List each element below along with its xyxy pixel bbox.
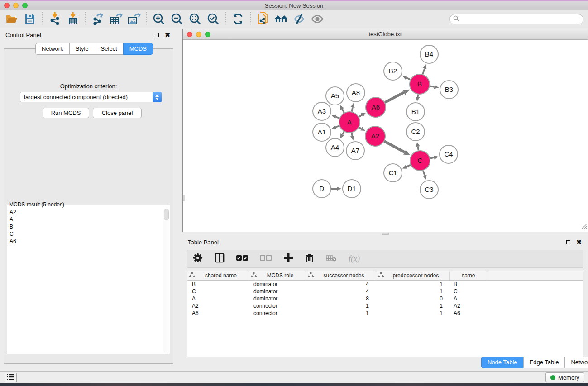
column-header-mcds-role[interactable]: MCDS role xyxy=(249,271,306,280)
mcds-result-list[interactable]: A2ABCA6 xyxy=(8,209,163,353)
splitter-handle-horizontal[interactable] xyxy=(382,233,389,235)
table-cell[interactable]: connector xyxy=(249,302,306,310)
column-settings-button[interactable] xyxy=(193,253,203,265)
column-header-predecessor-nodes[interactable]: predecessor nodes xyxy=(376,271,450,280)
table-cell[interactable]: 0 xyxy=(376,295,450,302)
column-header-successor-nodes[interactable]: successor nodes xyxy=(306,271,376,280)
mcds-result-item[interactable]: A xyxy=(8,216,163,223)
app-titlebar[interactable]: Session: New Session xyxy=(0,1,588,10)
tab-mcds[interactable]: MCDS xyxy=(123,43,153,55)
edge-A-A8[interactable] xyxy=(352,107,353,111)
hide-graphics-details-button[interactable] xyxy=(290,11,308,27)
close-table-panel-button[interactable]: ✖ xyxy=(575,238,583,246)
table-cell[interactable]: A2 xyxy=(187,302,249,310)
import-network-button[interactable] xyxy=(46,11,64,27)
memory-button[interactable]: Memory xyxy=(545,372,584,382)
resize-grip-icon[interactable] xyxy=(581,223,587,231)
network-canvas[interactable]: B4B2BB3A5A8A6A3B1AA1C2A2A4A7C4CC1DD1C3 xyxy=(183,40,588,232)
scrollbar-thumb[interactable] xyxy=(164,209,169,220)
table-cell[interactable]: 8 xyxy=(306,295,376,302)
show-graphics-details-button[interactable] xyxy=(308,11,326,27)
edge-C-C3[interactable] xyxy=(423,171,425,176)
table-cell[interactable]: A6 xyxy=(450,310,487,317)
table-cell[interactable] xyxy=(487,288,583,295)
splitter-handle-vertical[interactable] xyxy=(183,195,185,201)
zoom-fit-button[interactable] xyxy=(186,11,204,27)
table-cell[interactable] xyxy=(487,295,583,302)
table-cell[interactable]: dominator xyxy=(249,295,306,302)
mcds-result-item[interactable]: A6 xyxy=(8,238,163,245)
table-cell[interactable]: 1 xyxy=(306,302,376,310)
run-mcds-button[interactable]: Run MCDS xyxy=(43,108,89,118)
table-cell[interactable]: C xyxy=(187,288,249,295)
network-graph[interactable]: B4B2BB3A5A8A6A3B1AA1C2A2A4A7C4CC1DD1C3 xyxy=(183,40,588,232)
table-cell[interactable] xyxy=(487,281,583,288)
table-cell[interactable] xyxy=(487,310,583,317)
zoom-selected-button[interactable] xyxy=(204,11,222,27)
edge-C-C1[interactable] xyxy=(406,165,411,167)
table-cell[interactable]: connector xyxy=(249,310,306,317)
search-input[interactable] xyxy=(459,16,583,23)
table-row[interactable]: Cdominator41C xyxy=(187,288,583,295)
tab-edge-table[interactable]: Edge Table xyxy=(523,357,565,368)
zoom-in-button[interactable] xyxy=(150,11,168,27)
edge-B-B1[interactable] xyxy=(418,95,418,97)
export-table-button[interactable] xyxy=(107,11,125,27)
float-panel-button[interactable] xyxy=(153,31,160,38)
mcds-result-item[interactable]: B xyxy=(8,223,163,230)
delete-column-button[interactable] xyxy=(305,253,314,265)
table-cell[interactable]: A xyxy=(450,295,487,302)
tab-network[interactable]: Network xyxy=(35,43,70,55)
column-header-shared-name[interactable]: shared name xyxy=(187,271,249,280)
mcds-result-item[interactable]: A2 xyxy=(8,209,163,216)
column-header-name[interactable]: name xyxy=(450,271,487,280)
edge-C-C2[interactable] xyxy=(418,147,418,151)
edge-A-A1[interactable] xyxy=(336,126,339,127)
edge-A6-B[interactable] xyxy=(385,92,404,102)
apply-layout-button[interactable] xyxy=(229,11,247,27)
table-row[interactable]: Bdominator41B xyxy=(187,281,583,288)
edge-B-B4[interactable] xyxy=(423,68,425,74)
deselect-all-button[interactable] xyxy=(260,255,272,263)
network-window-titlebar[interactable]: testGlobe.txt xyxy=(183,29,588,40)
edge-A-A2[interactable] xyxy=(359,127,361,129)
result-scrollbar[interactable] xyxy=(163,209,169,353)
search-field[interactable] xyxy=(449,14,583,24)
table-cell[interactable]: 4 xyxy=(306,288,376,295)
table-cell[interactable]: A xyxy=(187,295,249,302)
edge-C-C4[interactable] xyxy=(430,157,434,158)
table-cell[interactable]: dominator xyxy=(249,288,306,295)
tab-network-table[interactable]: Network Table xyxy=(564,357,588,368)
table-cell[interactable]: 1 xyxy=(376,302,450,310)
table-cell[interactable]: A6 xyxy=(187,310,249,317)
edge-A2-C[interactable] xyxy=(384,141,405,152)
table-cell[interactable]: B xyxy=(450,281,487,288)
new-network-from-selection-button[interactable] xyxy=(254,11,272,27)
show-columns-button[interactable] xyxy=(215,253,225,265)
mcds-result-item[interactable]: C xyxy=(8,230,163,238)
export-network-button[interactable] xyxy=(89,11,107,27)
export-image-button[interactable] xyxy=(125,11,143,27)
delete-table-button[interactable] xyxy=(326,254,337,263)
table-row[interactable]: A2connector11A2 xyxy=(187,302,583,310)
select-all-button[interactable] xyxy=(236,255,248,263)
table-row[interactable]: Adominator80A xyxy=(187,295,583,302)
tab-style[interactable]: Style xyxy=(69,43,95,55)
table-cell[interactable]: 4 xyxy=(306,281,376,288)
zoom-out-button[interactable] xyxy=(168,11,186,27)
table-row[interactable]: A6connector11A6 xyxy=(187,310,583,317)
table-cell[interactable]: 1 xyxy=(376,281,450,288)
criterion-dropdown[interactable]: largest connected component (directed) xyxy=(20,92,162,102)
edge-A-A4[interactable] xyxy=(342,132,344,135)
table-cell[interactable]: 1 xyxy=(376,310,450,317)
table-cell[interactable]: B xyxy=(187,281,249,288)
open-session-button[interactable] xyxy=(3,11,21,27)
table-cell[interactable]: 1 xyxy=(306,310,376,317)
table-cell[interactable]: C xyxy=(450,288,487,295)
edge-A-A7[interactable] xyxy=(352,133,352,136)
first-neighbors-button[interactable] xyxy=(272,11,290,27)
table-cell[interactable]: 1 xyxy=(376,288,450,295)
close-panel-button[interactable]: ✖ xyxy=(164,31,171,38)
table-cell[interactable] xyxy=(487,302,583,310)
table-cell[interactable]: A2 xyxy=(450,302,487,310)
